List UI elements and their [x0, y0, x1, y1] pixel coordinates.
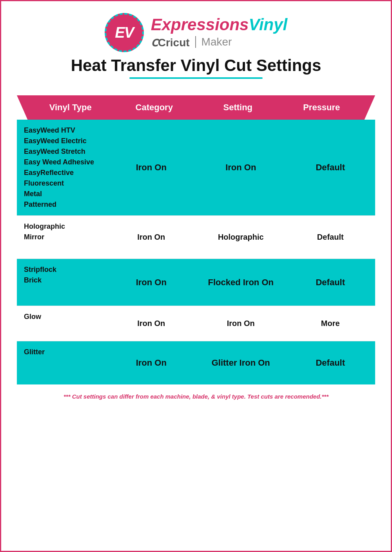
table-row: Stripflock Brick Iron On Flocked Iron On…	[17, 259, 375, 306]
cell-vinyl-type-5: Glitter	[17, 341, 107, 384]
brand-expressions: Expressions	[151, 15, 249, 34]
table-header: Vinyl Type Category Setting Pressure	[17, 95, 375, 120]
cell-pressure-5: Default	[286, 341, 376, 384]
col-header-vinyl-type: Vinyl Type	[29, 102, 113, 113]
cell-vinyl-type-2: Holographic Mirror	[17, 216, 107, 259]
cell-vinyl-type-3: Stripflock Brick	[17, 259, 107, 306]
page-title: Heat Transfer Vinyl Cut Settings	[71, 56, 321, 75]
cell-pressure-1: Default	[286, 120, 376, 215]
col-header-category: Category	[113, 102, 196, 113]
ev-wordmark: ExpressionsVinyl ᴄCricut Maker	[151, 16, 288, 49]
cell-category-1: Iron On	[107, 120, 196, 215]
header: EV ExpressionsVinyl ᴄCricut Maker Heat T…	[17, 13, 375, 88]
col-header-pressure: Pressure	[280, 102, 364, 113]
cricut-label: Cricut	[158, 36, 190, 49]
cell-vinyl-type-1: EasyWeed HTV EasyWeed Electric EasyWeed …	[17, 120, 107, 215]
cell-setting-2: Holographic	[196, 216, 286, 259]
cricut-divider	[195, 36, 196, 48]
brand-vinyl: Vinyl	[249, 15, 287, 34]
logo-row: EV ExpressionsVinyl ᴄCricut Maker	[105, 13, 288, 52]
cell-vinyl-type-4: Glow	[17, 306, 107, 341]
cell-setting-5: Glitter Iron On	[196, 341, 286, 384]
table-row: EasyWeed HTV EasyWeed Electric EasyWeed …	[17, 120, 375, 216]
cell-pressure-3: Default	[286, 259, 376, 306]
maker-label: Maker	[201, 36, 232, 48]
table-row: Holographic Mirror Iron On Holographic D…	[17, 216, 375, 259]
cell-setting-4: Iron On	[196, 306, 286, 341]
cell-category-2: Iron On	[107, 216, 196, 259]
table-container: EV EasyWeed HTV EasyWeed Electric EasyWe…	[17, 120, 375, 384]
footnote: *** Cut settings can differ from each ma…	[17, 393, 375, 400]
cell-category-4: Iron On	[107, 306, 196, 341]
cell-setting-3: Flocked Iron On	[196, 259, 286, 306]
title-underline	[129, 77, 263, 79]
cell-category-3: Iron On	[107, 259, 196, 306]
col-header-setting: Setting	[196, 102, 280, 113]
table-body: EasyWeed HTV EasyWeed Electric EasyWeed …	[17, 120, 375, 384]
table-wrap: Vinyl Type Category Setting Pressure EV …	[17, 95, 375, 384]
table-row: Glow Iron On Iron On More	[17, 306, 375, 341]
table-row: Glitter Iron On Glitter Iron On Default	[17, 341, 375, 384]
page: EV ExpressionsVinyl ᴄCricut Maker Heat T…	[0, 0, 392, 552]
ev-initials: EV	[115, 24, 133, 41]
cricut-row: ᴄCricut Maker	[151, 35, 232, 49]
cell-pressure-2: Default	[286, 216, 376, 259]
cell-pressure-4: More	[286, 306, 376, 341]
cell-category-5: Iron On	[107, 341, 196, 384]
cell-setting-1: Iron On	[196, 120, 286, 215]
ev-logo: EV	[105, 13, 144, 52]
